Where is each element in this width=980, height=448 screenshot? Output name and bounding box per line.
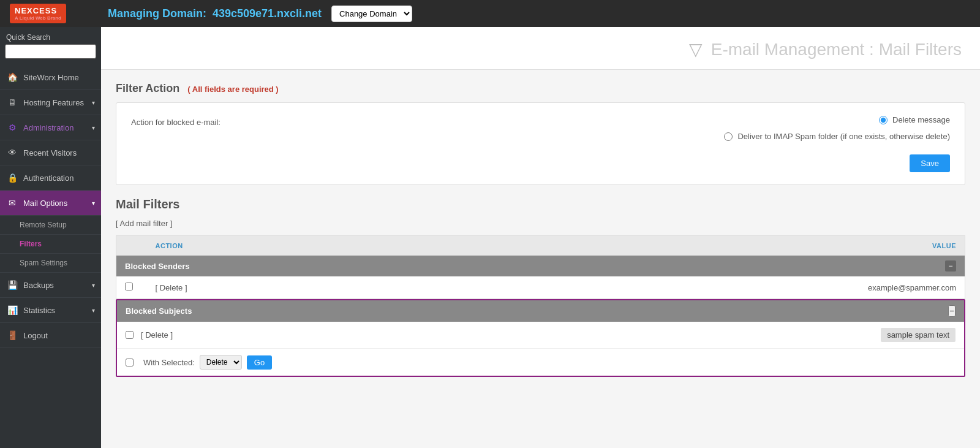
sidebar-item-administration[interactable]: ⚙ Administration ▾ [0, 115, 101, 140]
chevron-down-icon-admin: ▾ [92, 124, 95, 131]
action-for-label: Action for blocked e-mail: [131, 115, 221, 127]
search-input[interactable] [5, 44, 96, 59]
quick-search-label: Quick Search [0, 27, 101, 44]
col-action: ACTION [147, 236, 406, 256]
filter-table: ACTION VALUE Blocked Senders − [116, 235, 965, 299]
sidebar-sub-label-remote-setup: Remote Setup [20, 221, 67, 229]
chevron-down-icon-mail: ▾ [92, 200, 95, 207]
delete-cell[interactable]: [ Delete ] [147, 276, 406, 299]
mail-filters-heading: Mail Filters [116, 197, 965, 211]
sidebar-label-recent-visitors: Recent Visitors [23, 148, 77, 158]
subjects-row-checkbox[interactable] [126, 331, 134, 339]
domain-name: 439c509e71.nxcli.net [213, 7, 322, 20]
with-selected-select[interactable]: Delete [200, 355, 242, 370]
breadcrumb-sep: : [869, 40, 879, 59]
breadcrumb-page: Mail Filters [879, 40, 962, 59]
change-domain-select[interactable]: Change Domain [331, 6, 412, 22]
chevron-down-icon-backups: ▾ [92, 282, 95, 289]
sidebar-item-siteworx-home[interactable]: 🏠 SiteWorx Home [0, 65, 101, 90]
topbar: NEXCESS A Liquid Web Brand Managing Doma… [0, 0, 980, 27]
sidebar-label-mail-options: Mail Options [23, 199, 67, 208]
main-content: ▽ E-mail Management : Mail Filters Filte… [101, 27, 980, 448]
backups-icon: 💾 [6, 279, 18, 291]
required-note: ( All fields are required ) [187, 85, 278, 94]
delete-link-senders[interactable]: [ Delete ] [156, 283, 187, 292]
with-selected-label: With Selected: [143, 358, 195, 367]
table-header: ACTION VALUE [116, 236, 965, 256]
delete-link-subjects[interactable]: [ Delete ] [141, 330, 881, 340]
group-header-blocked-subjects: Blocked Subjects − [117, 300, 964, 322]
blocked-senders-label: Blocked Senders [125, 262, 190, 271]
save-button[interactable]: Save [910, 154, 950, 172]
sidebar-item-mail-options[interactable]: ✉ Mail Options ▾ [0, 191, 101, 216]
statistics-icon: 📊 [6, 304, 18, 316]
value-cell-subjects: sample spam text [881, 328, 956, 342]
add-mail-filter-link[interactable]: [ Add mail filter ] [116, 219, 172, 228]
sidebar-label-logout: Logout [23, 331, 48, 340]
logo-main: NEXCESS [15, 6, 57, 15]
hosting-icon: 🖥 [6, 96, 18, 108]
radio-imap-option[interactable]: Deliver to IMAP Spam folder (if one exis… [724, 132, 950, 141]
auth-icon: 🔒 [6, 172, 18, 184]
home-icon: 🏠 [6, 71, 18, 83]
table-body: Blocked Senders − [ Delete ] [116, 256, 965, 299]
sidebar-label-statistics: Statistics [23, 306, 55, 315]
sidebar-sub-label-filters: Filters [20, 240, 42, 248]
visitors-icon: 👁 [6, 146, 18, 159]
sidebar-item-logout[interactable]: 🚪 Logout [0, 323, 101, 348]
sidebar-label-administration: Administration [23, 123, 74, 132]
logo-sub: A Liquid Web Brand [15, 15, 61, 21]
logo: NEXCESS A Liquid Web Brand [10, 4, 66, 23]
with-selected-checkbox[interactable] [126, 359, 134, 366]
collapse-icon: − [948, 262, 952, 270]
radio-delete-label: Delete message [892, 115, 950, 124]
filter-action-heading: Filter Action ( All fields are required … [116, 82, 965, 95]
sidebar-sub-item-filters[interactable]: Filters [0, 235, 101, 254]
filter-action-title-text: Filter Action [116, 82, 179, 94]
managing-label: Managing Domain: [108, 7, 206, 20]
logout-icon: 🚪 [6, 329, 18, 341]
collapse-icon-subjects: − [949, 306, 954, 316]
sidebar-sub-item-spam-settings[interactable]: Spam Settings [0, 254, 101, 273]
sidebar-item-hosting-features[interactable]: 🖥 Hosting Features ▾ [0, 90, 101, 115]
collapse-blocked-subjects-btn[interactable]: − [948, 305, 956, 317]
radio-group: Delete message Deliver to IMAP Spam fold… [724, 115, 950, 141]
sidebar-label-siteworx-home: SiteWorx Home [23, 73, 79, 82]
go-button[interactable]: Go [247, 355, 272, 370]
sidebar-item-recent-visitors[interactable]: 👁 Recent Visitors [0, 140, 101, 165]
radio-delete-option[interactable]: Delete message [879, 115, 950, 124]
radio-delete[interactable] [879, 116, 888, 124]
chevron-down-icon: ▾ [92, 99, 95, 106]
page-header: ▽ E-mail Management : Mail Filters [101, 27, 980, 70]
sidebar-item-backups[interactable]: 💾 Backups ▾ [0, 273, 101, 298]
group-blocked-senders: Blocked Senders − [116, 256, 965, 276]
blocked-subjects-row: [ Delete ] sample spam text [117, 322, 964, 349]
sidebar-sub-item-remote-setup[interactable]: Remote Setup [0, 216, 101, 235]
admin-icon: ⚙ [6, 121, 18, 134]
sidebar-item-authentication[interactable]: 🔒 Authentication [0, 165, 101, 191]
sidebar-sub-label-spam-settings: Spam Settings [20, 259, 67, 267]
row-checkbox[interactable] [125, 283, 133, 290]
filter-action-section: Filter Action ( All fields are required … [116, 82, 965, 185]
radio-imap-label: Deliver to IMAP Spam folder (if one exis… [737, 132, 950, 141]
collapse-blocked-senders-btn[interactable]: − [945, 260, 956, 271]
sidebar-label-authentication: Authentication [23, 173, 74, 183]
blocked-subjects-section: Blocked Subjects − [ Delete ] sample spa… [116, 299, 965, 377]
row-checkbox-cell[interactable] [116, 276, 147, 299]
filter-icon: ▽ [689, 40, 703, 59]
mail-icon: ✉ [6, 197, 18, 209]
page-content: Filter Action ( All fields are required … [101, 70, 980, 389]
value-cell-senders: example@spammer.com [406, 276, 965, 299]
logo-area: NEXCESS A Liquid Web Brand [10, 4, 108, 23]
breadcrumb-email: E-mail Management [711, 40, 865, 59]
sidebar-label-hosting-features: Hosting Features [23, 98, 84, 107]
managing-domain-label: Managing Domain: 439c509e71.nxcli.net [108, 7, 322, 20]
chevron-down-icon-stats: ▾ [92, 307, 95, 314]
radio-imap[interactable] [724, 132, 733, 141]
filter-action-box: Action for blocked e-mail: Delete messag… [116, 102, 965, 185]
sidebar: Quick Search 🏠 SiteWorx Home 🖥 Hosting F… [0, 27, 101, 448]
sidebar-item-statistics[interactable]: 📊 Statistics ▾ [0, 298, 101, 323]
group-header-blocked-senders: Blocked Senders − [116, 256, 965, 276]
col-checkbox [116, 236, 147, 256]
col-value: VALUE [406, 236, 965, 256]
